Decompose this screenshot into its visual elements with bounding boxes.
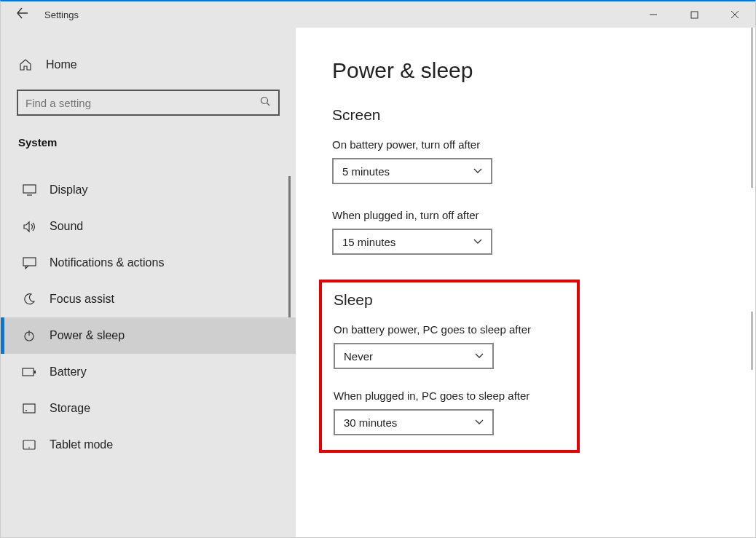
moon-icon — [22, 293, 36, 306]
sidebar-item-label: Battery — [50, 365, 87, 379]
power-icon — [22, 329, 36, 342]
maximize-button[interactable] — [674, 1, 714, 28]
screen-battery-label: On battery power, turn off after — [332, 138, 719, 151]
sidebar-item-display[interactable]: Display — [1, 172, 296, 208]
chevron-down-icon — [475, 351, 484, 361]
battery-icon — [22, 368, 36, 376]
sidebar-group-system: System — [1, 129, 296, 157]
content: Home System Display — [1, 28, 755, 537]
chevron-down-icon — [473, 237, 482, 247]
sleep-battery-dropdown[interactable]: Never — [334, 343, 494, 369]
close-button[interactable] — [714, 1, 755, 28]
chevron-down-icon — [475, 417, 484, 427]
app-title: Settings — [44, 9, 79, 20]
svg-rect-11 — [23, 368, 34, 376]
page-title: Power & sleep — [332, 58, 719, 83]
svg-point-16 — [28, 447, 30, 448]
sidebar-item-label: Storage — [50, 402, 90, 415]
nav-list: Display Sound Notifications & actions — [1, 172, 296, 463]
sidebar-item-label: Tablet mode — [50, 438, 113, 451]
sidebar-item-label: Power & sleep — [50, 329, 125, 342]
sound-icon — [22, 221, 36, 233]
sidebar-item-notifications[interactable]: Notifications & actions — [1, 245, 296, 281]
titlebar: Settings — [1, 1, 755, 28]
main-panel: Power & sleep Screen On battery power, t… — [296, 28, 755, 537]
screen-plugged-label: When plugged in, turn off after — [332, 209, 719, 221]
sidebar-item-label: Display — [50, 183, 87, 197]
window-controls — [633, 1, 755, 28]
search-wrap — [1, 90, 296, 129]
minimize-button[interactable] — [633, 1, 674, 28]
content-scrollbar-top[interactable] — [751, 28, 753, 188]
svg-rect-13 — [23, 404, 35, 413]
sidebar-item-sound[interactable]: Sound — [1, 208, 296, 245]
sleep-plugged-dropdown[interactable]: 30 minutes — [334, 409, 494, 435]
section-screen: Screen — [332, 106, 719, 124]
sidebar-item-label: Focus assist — [50, 293, 114, 306]
sidebar-item-battery[interactable]: Battery — [1, 354, 296, 390]
search-input[interactable] — [25, 97, 260, 109]
settings-window: Settings Home — [0, 0, 756, 538]
dropdown-value: 30 minutes — [344, 416, 397, 429]
search-icon — [260, 96, 271, 109]
svg-point-14 — [25, 410, 27, 411]
svg-line-5 — [267, 103, 270, 106]
dropdown-value: 5 minutes — [342, 165, 390, 178]
screen-plugged-dropdown[interactable]: 15 minutes — [332, 229, 492, 255]
sidebar-item-focus[interactable]: Focus assist — [1, 281, 296, 317]
sidebar-item-label: Sound — [50, 220, 83, 233]
sleep-battery-label: On battery power, PC goes to sleep after — [334, 323, 565, 336]
sidebar-item-power[interactable]: Power & sleep — [1, 317, 296, 354]
monitor-icon — [22, 184, 36, 197]
sidebar: Home System Display — [1, 28, 296, 537]
titlebar-left: Settings — [1, 1, 296, 28]
search-box[interactable] — [17, 90, 280, 116]
svg-point-4 — [261, 98, 268, 104]
sidebar-item-tablet[interactable]: Tablet mode — [1, 427, 296, 463]
home-icon — [18, 58, 33, 71]
tablet-icon — [22, 440, 36, 450]
content-scrollbar-mid[interactable] — [751, 312, 753, 370]
sleep-highlight: Sleep On battery power, PC goes to sleep… — [319, 280, 580, 453]
section-sleep: Sleep — [334, 291, 565, 309]
chevron-down-icon — [473, 166, 482, 176]
dropdown-value: Never — [344, 350, 373, 363]
svg-rect-6 — [23, 185, 36, 193]
svg-rect-12 — [34, 371, 36, 373]
sidebar-home[interactable]: Home — [1, 55, 296, 79]
sleep-plugged-label: When plugged in, PC goes to sleep after — [334, 389, 565, 402]
svg-rect-8 — [23, 258, 36, 266]
sidebar-home-label: Home — [46, 58, 77, 71]
svg-rect-1 — [691, 12, 698, 18]
screen-battery-dropdown[interactable]: 5 minutes — [332, 158, 492, 184]
dropdown-value: 15 minutes — [342, 236, 395, 248]
back-arrow-icon[interactable] — [15, 7, 28, 23]
chat-icon — [22, 257, 36, 269]
sidebar-item-label: Notifications & actions — [50, 256, 164, 269]
sidebar-item-storage[interactable]: Storage — [1, 390, 296, 427]
storage-icon — [22, 403, 36, 414]
